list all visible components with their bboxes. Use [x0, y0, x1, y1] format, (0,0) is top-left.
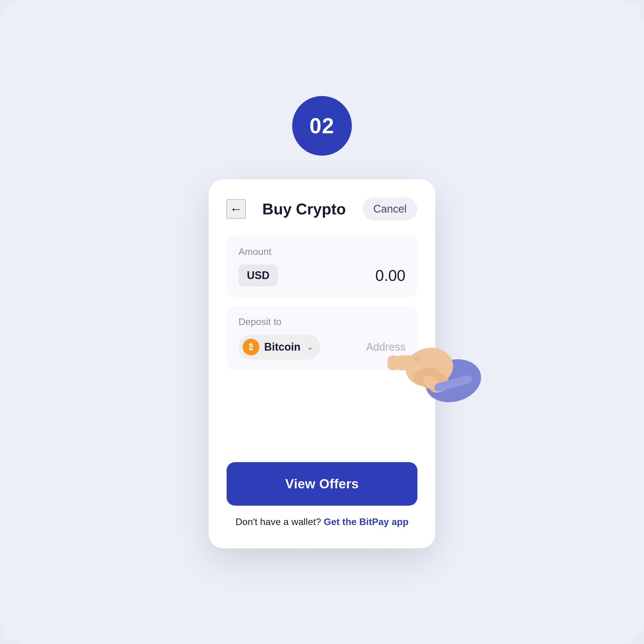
- no-wallet-text: Don't have a wallet?: [236, 516, 321, 527]
- amount-label: Amount: [239, 246, 405, 257]
- chevron-down-icon: ⌄: [306, 342, 313, 352]
- step-badge: 02: [292, 96, 352, 156]
- bitcoin-icon: ₿: [243, 339, 259, 355]
- currency-selector[interactable]: USD: [239, 264, 278, 287]
- footer-text: Don't have a wallet? Get the BitPay app: [227, 516, 417, 527]
- crypto-selector[interactable]: ₿ Bitcoin ⌄: [239, 335, 321, 360]
- svg-rect-10: [434, 374, 473, 393]
- deposit-section: Deposit to ₿ Bitcoin ⌄ Address: [227, 306, 417, 370]
- svg-point-9: [421, 373, 441, 391]
- step-number: 02: [309, 114, 335, 138]
- deposit-row: ₿ Bitcoin ⌄ Address: [239, 335, 405, 360]
- bitpay-app-link[interactable]: Get the BitPay app: [324, 516, 409, 527]
- back-button[interactable]: ←: [227, 199, 246, 219]
- cancel-button[interactable]: Cancel: [363, 197, 417, 221]
- svg-point-0: [420, 353, 483, 405]
- phone-card: ← Buy Crypto Cancel Amount USD 0.00 Depo…: [209, 179, 435, 548]
- svg-point-8: [414, 357, 421, 361]
- page-wrapper: 02 ← Buy Crypto Cancel Amount USD 0.00 D…: [0, 0, 644, 644]
- card-header: ← Buy Crypto Cancel: [227, 197, 417, 221]
- svg-point-7: [428, 375, 452, 395]
- amount-value[interactable]: 0.00: [375, 267, 405, 284]
- bitcoin-symbol: ₿: [249, 342, 253, 352]
- amount-row: USD 0.00: [239, 264, 405, 287]
- page-title: Buy Crypto: [262, 200, 346, 218]
- amount-section: Amount USD 0.00: [227, 236, 417, 297]
- spacer: [227, 379, 417, 462]
- svg-rect-1: [423, 360, 474, 401]
- crypto-name: Bitcoin: [264, 341, 301, 353]
- back-arrow-icon: ←: [230, 202, 243, 216]
- deposit-label: Deposit to: [239, 316, 405, 327]
- view-offers-button[interactable]: View Offers: [227, 462, 417, 506]
- address-field[interactable]: Address: [366, 341, 405, 353]
- svg-point-6: [420, 370, 448, 392]
